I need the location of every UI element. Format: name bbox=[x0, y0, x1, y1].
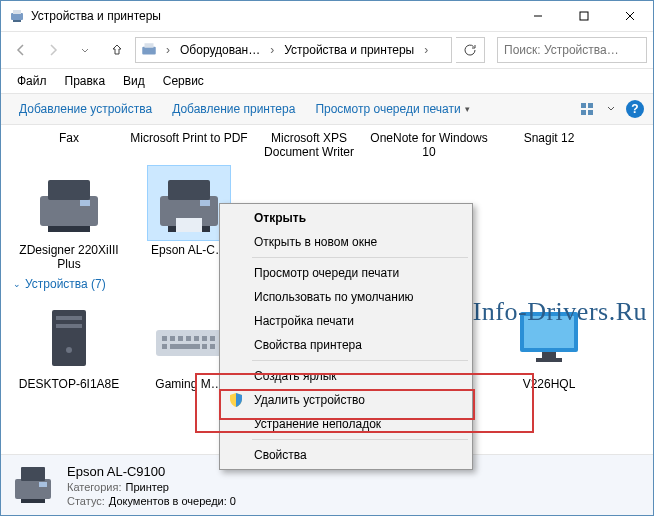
search-box[interactable] bbox=[497, 37, 647, 63]
svg-rect-9 bbox=[581, 103, 586, 108]
svg-rect-8 bbox=[145, 43, 154, 48]
svg-rect-32 bbox=[202, 336, 207, 341]
details-category-value: Принтер bbox=[125, 481, 168, 493]
device-label[interactable]: OneNote for Windows 10 bbox=[369, 131, 489, 163]
context-menu-item-print-settings[interactable]: Настройка печати bbox=[222, 309, 470, 333]
monitor-icon bbox=[510, 302, 588, 372]
window-controls bbox=[515, 1, 653, 31]
svg-rect-43 bbox=[21, 467, 45, 481]
context-menu-item-create-shortcut[interactable]: Создать ярлык bbox=[222, 364, 470, 388]
menu-view[interactable]: Вид bbox=[115, 72, 153, 90]
device-label[interactable]: Microsoft Print to PDF bbox=[129, 131, 249, 163]
chevron-down-icon: ⌄ bbox=[13, 279, 21, 289]
maximize-button[interactable] bbox=[561, 1, 607, 31]
menu-separator bbox=[252, 360, 468, 361]
up-button[interactable] bbox=[103, 36, 131, 64]
details-info: Epson AL-C9100 Категория: Принтер Статус… bbox=[67, 464, 236, 507]
device-label[interactable]: Microsoft XPS Document Writer bbox=[249, 131, 369, 163]
navbar: › Оборудован… › Устройства и принтеры › bbox=[1, 31, 653, 69]
details-status-label: Статус: bbox=[67, 495, 105, 507]
context-menu-item-remove-device[interactable]: Удалить устройство bbox=[222, 388, 470, 412]
recent-button[interactable] bbox=[71, 36, 99, 64]
svg-rect-2 bbox=[13, 20, 21, 22]
svg-rect-11 bbox=[581, 110, 586, 115]
svg-rect-41 bbox=[536, 358, 562, 362]
context-menu-item-printer-properties[interactable]: Свойства принтера bbox=[222, 333, 470, 357]
printer-icon bbox=[30, 168, 108, 238]
context-menu-item-troubleshoot[interactable]: Устранение неполадок bbox=[222, 412, 470, 436]
svg-rect-16 bbox=[80, 200, 90, 206]
forward-button[interactable] bbox=[39, 36, 67, 64]
svg-rect-14 bbox=[48, 180, 90, 200]
svg-rect-15 bbox=[48, 226, 90, 232]
context-menu-item-open-new-window[interactable]: Открыть в новом окне bbox=[222, 230, 470, 254]
svg-rect-30 bbox=[186, 336, 191, 341]
svg-rect-35 bbox=[170, 344, 200, 349]
device-item-desktop[interactable]: DESKTOP-6I1A8E bbox=[9, 299, 129, 391]
toolbar: Добавление устройства Добавление принтер… bbox=[1, 93, 653, 125]
details-category-label: Категория: bbox=[67, 481, 121, 493]
details-name: Epson AL-C9100 bbox=[67, 464, 236, 479]
menu-edit[interactable]: Правка bbox=[57, 72, 114, 90]
svg-rect-1 bbox=[13, 10, 21, 14]
svg-rect-26 bbox=[156, 330, 222, 356]
chevron-down-icon[interactable] bbox=[601, 99, 621, 119]
titlebar: Устройства и принтеры bbox=[1, 1, 653, 31]
context-menu-item-view-queue[interactable]: Просмотр очереди печати bbox=[222, 261, 470, 285]
svg-rect-37 bbox=[210, 344, 215, 349]
svg-rect-28 bbox=[170, 336, 175, 341]
device-item-monitor[interactable]: V226HQL bbox=[489, 299, 609, 391]
view-print-queue-button[interactable]: Просмотр очереди печати▾ bbox=[305, 98, 479, 120]
device-label: ZDesigner 220XiIII Plus bbox=[14, 243, 124, 271]
breadcrumb[interactable]: › Оборудован… › Устройства и принтеры › bbox=[135, 37, 452, 63]
close-button[interactable] bbox=[607, 1, 653, 31]
menu-separator bbox=[252, 257, 468, 258]
menu-tools[interactable]: Сервис bbox=[155, 72, 212, 90]
chevron-right-icon[interactable]: › bbox=[420, 43, 432, 57]
device-label: DESKTOP-6I1A8E bbox=[14, 377, 124, 391]
svg-rect-24 bbox=[56, 324, 82, 328]
svg-rect-29 bbox=[178, 336, 183, 341]
keyboard-icon bbox=[150, 302, 228, 372]
minimize-button[interactable] bbox=[515, 1, 561, 31]
svg-rect-20 bbox=[200, 200, 210, 206]
svg-rect-21 bbox=[176, 218, 202, 232]
menubar: Файл Правка Вид Сервис bbox=[1, 69, 653, 93]
svg-rect-44 bbox=[21, 499, 45, 503]
device-item-zdesigner[interactable]: ZDesigner 220XiIII Plus bbox=[9, 165, 129, 271]
back-button[interactable] bbox=[7, 36, 35, 64]
context-menu-item-properties[interactable]: Свойства bbox=[222, 443, 470, 467]
svg-point-25 bbox=[66, 347, 72, 353]
help-button[interactable]: ? bbox=[625, 99, 645, 119]
svg-rect-31 bbox=[194, 336, 199, 341]
chevron-right-icon[interactable]: › bbox=[162, 43, 174, 57]
chevron-right-icon[interactable]: › bbox=[266, 43, 278, 57]
svg-rect-27 bbox=[162, 336, 167, 341]
printer-labels-row: Fax Microsoft Print to PDF Microsoft XPS… bbox=[1, 131, 653, 163]
add-device-button[interactable]: Добавление устройства bbox=[9, 98, 162, 120]
window: Устройства и принтеры › Оборудован… › Ус… bbox=[0, 0, 654, 516]
context-menu-item-open[interactable]: Открыть bbox=[222, 206, 470, 230]
context-menu-item-set-default[interactable]: Использовать по умолчанию bbox=[222, 285, 470, 309]
help-icon: ? bbox=[626, 100, 644, 118]
svg-rect-39 bbox=[524, 316, 574, 348]
view-options-button[interactable] bbox=[577, 99, 597, 119]
add-printer-button[interactable]: Добавление принтера bbox=[162, 98, 305, 120]
svg-rect-23 bbox=[56, 316, 82, 320]
search-input[interactable] bbox=[502, 42, 642, 58]
device-label[interactable]: Snagit 12 bbox=[489, 131, 609, 163]
window-title: Устройства и принтеры bbox=[31, 9, 161, 23]
device-label[interactable]: Fax bbox=[9, 131, 129, 163]
svg-rect-36 bbox=[202, 344, 207, 349]
devices-printers-icon bbox=[9, 8, 25, 24]
menu-file[interactable]: Файл bbox=[9, 72, 55, 90]
printer-icon bbox=[9, 461, 57, 509]
breadcrumb-segment[interactable]: Устройства и принтеры bbox=[280, 38, 418, 62]
refresh-button[interactable] bbox=[456, 37, 485, 63]
menu-separator bbox=[252, 439, 468, 440]
device-label: V226HQL bbox=[494, 377, 604, 391]
svg-rect-0 bbox=[11, 13, 23, 20]
context-menu: Открыть Открыть в новом окне Просмотр оч… bbox=[219, 203, 473, 470]
breadcrumb-segment[interactable]: Оборудован… bbox=[176, 38, 264, 62]
pc-tower-icon bbox=[30, 302, 108, 372]
